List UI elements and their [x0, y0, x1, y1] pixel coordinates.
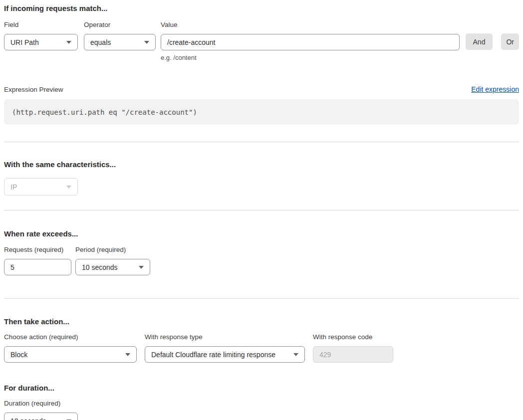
response-code-input	[313, 346, 393, 363]
requests-label: Requests (required)	[4, 246, 71, 253]
response-code-column: With response code	[313, 333, 393, 363]
match-section: If incoming requests match... Field URI …	[4, 4, 519, 125]
section-divider	[4, 210, 519, 210]
field-select-value: URI Path	[10, 38, 39, 46]
action-column: Choose action (required) Block	[4, 333, 137, 363]
characteristic-select-value: IP	[10, 183, 17, 191]
and-button[interactable]: And	[466, 33, 493, 50]
value-hint: e.g. /content	[161, 54, 460, 61]
match-criteria-row: Field URI Path Operator equals Value e.g…	[4, 21, 519, 61]
period-column: Period (required) 10 seconds	[75, 246, 150, 275]
response-type-label: With response type	[145, 333, 305, 341]
requests-input[interactable]	[4, 259, 71, 275]
response-code-label: With response code	[313, 333, 393, 341]
requests-column: Requests (required)	[4, 246, 71, 275]
duration-section: For duration... Duration (required) 10 s…	[4, 384, 519, 420]
rate-section-title: When rate exceeds...	[4, 229, 519, 238]
rate-section: When rate exceeds... Requests (required)…	[4, 229, 519, 275]
value-column: Value e.g. /content	[161, 21, 460, 61]
expression-preview-header: Expression Preview Edit expression	[4, 85, 519, 93]
chevron-down-icon	[139, 266, 144, 269]
response-type-select-value: Default Cloudflare rate limiting respons…	[151, 351, 275, 359]
action-section: Then take action... Choose action (requi…	[4, 317, 519, 363]
chevron-down-icon	[66, 41, 71, 44]
chevron-down-icon	[66, 186, 71, 189]
action-label: Choose action (required)	[4, 333, 137, 341]
value-input[interactable]	[161, 34, 460, 50]
response-type-column: With response type Default Cloudflare ra…	[145, 333, 305, 363]
chevron-down-icon	[293, 353, 298, 356]
action-row: Choose action (required) Block With resp…	[4, 333, 519, 363]
expression-preview-code: (http.request.uri.path eq "/create-accou…	[4, 99, 519, 125]
field-column: Field URI Path	[4, 21, 78, 50]
period-select[interactable]: 10 seconds	[75, 259, 150, 275]
operator-select[interactable]: equals	[84, 34, 156, 50]
chevron-down-icon	[144, 41, 149, 44]
value-label: Value	[161, 21, 460, 28]
section-divider	[4, 298, 519, 299]
period-select-value: 10 seconds	[82, 263, 118, 271]
or-button[interactable]: Or	[501, 33, 519, 50]
period-label: Period (required)	[75, 246, 150, 253]
section-divider	[4, 142, 519, 142]
edit-expression-link[interactable]: Edit expression	[471, 85, 519, 93]
characteristics-section: With the same characteristics... IP	[4, 160, 519, 196]
operator-label: Operator	[84, 21, 156, 28]
match-section-title: If incoming requests match...	[4, 4, 519, 12]
action-section-title: Then take action...	[4, 317, 519, 326]
action-select[interactable]: Block	[4, 346, 137, 363]
field-select[interactable]: URI Path	[4, 34, 78, 50]
duration-column: Duration (required) 10 seconds	[4, 400, 78, 420]
duration-select-value: 10 seconds	[10, 417, 46, 420]
duration-label: Duration (required)	[4, 400, 78, 407]
response-type-select[interactable]: Default Cloudflare rate limiting respons…	[145, 346, 305, 363]
characteristics-section-title: With the same characteristics...	[4, 160, 519, 169]
chevron-down-icon	[125, 353, 130, 356]
field-label: Field	[4, 21, 78, 28]
duration-select[interactable]: 10 seconds	[4, 413, 78, 420]
rate-row: Requests (required) Period (required) 10…	[4, 246, 519, 275]
action-select-value: Block	[10, 351, 27, 359]
characteristic-select: IP	[4, 178, 78, 196]
operator-column: Operator equals	[84, 21, 156, 50]
operator-select-value: equals	[90, 38, 111, 46]
duration-section-title: For duration...	[4, 384, 519, 392]
expression-preview-label: Expression Preview	[4, 86, 63, 93]
